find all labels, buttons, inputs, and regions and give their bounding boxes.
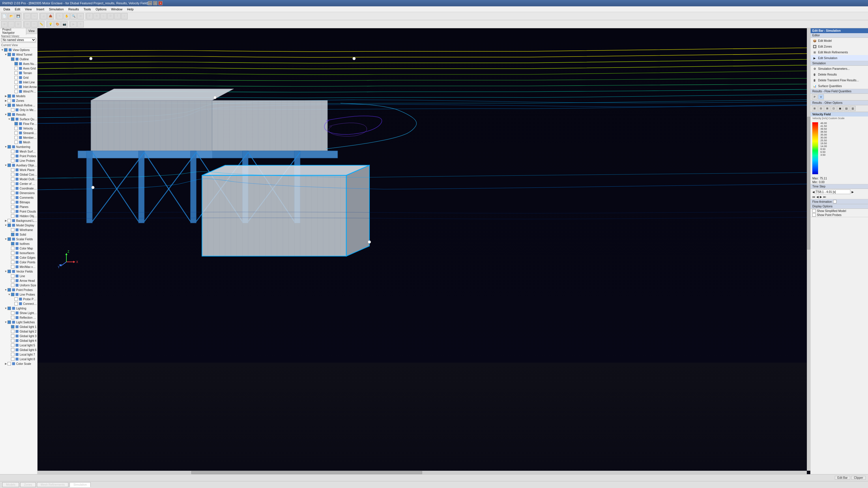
tree-checkbox-49[interactable] [11,274,14,278]
play-end-btn[interactable]: ⏭ [823,195,826,198]
tree-checkbox-46[interactable] [11,260,14,264]
tree-checkbox-41[interactable] [7,237,11,241]
tree-checkbox-36[interactable] [11,214,14,218]
tree-checkbox-34[interactable] [11,205,14,208]
results-other-header[interactable]: Results - Other Options [811,101,868,105]
tree-item-40[interactable]: Solid [0,232,37,237]
menu-window[interactable]: Window [109,7,125,11]
tree-item-18[interactable]: Streamlines [0,131,37,135]
tree-checkbox-26[interactable] [11,168,14,172]
tree-expand-12[interactable]: ▼ [4,104,7,107]
tree-expand-14[interactable]: ▼ [4,113,7,116]
tree-checkbox-44[interactable] [11,251,14,255]
tree-checkbox-17[interactable] [14,127,18,130]
tree-item-62[interactable]: Global light 3 [0,334,37,338]
edit-mesh-refinements-item[interactable]: ⊞ Edit Mesh Refinements [811,49,868,55]
tree-item-58[interactable]: Reflection on Surfaces [0,315,37,320]
tree-checkbox-48[interactable] [7,270,11,273]
tb-undo[interactable]: ↩ [24,13,31,19]
tree-checkbox-47[interactable] [11,265,14,268]
show-point-probes-checkbox[interactable] [812,213,816,217]
tree-item-32[interactable]: Comments [0,195,37,200]
play-fwd-btn[interactable]: ▶ [820,195,822,198]
tree-item-38[interactable]: ▼Model Display [0,223,37,228]
tree-checkbox-54[interactable] [14,297,18,301]
tree-checkbox-22[interactable] [11,150,14,153]
tree-checkbox-16[interactable] [14,122,18,126]
tree-item-9[interactable]: Wind Profile [0,89,37,94]
tree-item-68[interactable]: ▶Color Scale [0,361,37,366]
tree-checkbox-32[interactable] [11,196,14,199]
tree-checkbox-1[interactable] [7,53,11,56]
tree-checkbox-28[interactable] [11,177,14,181]
tree-checkbox-7[interactable] [14,80,18,84]
tree-checkbox-8[interactable] [14,85,18,89]
tree-checkbox-18[interactable] [14,131,18,135]
menu-data[interactable]: Data [1,7,12,11]
other-btn-4[interactable]: ⊡ [831,106,837,111]
tree-item-11[interactable]: ▶Zones [0,98,37,103]
tree-checkbox-15[interactable] [11,118,14,121]
tree-item-56[interactable]: ▼Lighting [0,306,37,311]
sim-params-item[interactable]: ⚙ Simulation Parameters... [811,66,868,71]
tb2-clip[interactable]: ✂ [31,21,37,27]
tree-item-51[interactable]: Uniform Size [0,283,37,288]
tree-item-15[interactable]: ▼Surface Quantities [0,117,37,122]
tree-item-22[interactable]: Mesh Surfaces [0,149,37,154]
tree-item-29[interactable]: Center of Rotation [0,182,37,186]
tree-item-20[interactable]: Mesh [0,140,37,144]
tree-checkbox-6[interactable] [14,76,18,79]
surface-quantities-item[interactable]: 📊 Surface Quantities [811,83,868,89]
tree-checkbox-19[interactable] [14,136,18,139]
tree-expand-56[interactable]: ▼ [4,307,7,310]
menu-view[interactable]: View [23,7,34,11]
simulation-section-header[interactable]: Simulation [811,61,868,66]
tree-checkbox-63[interactable] [11,339,14,343]
edit-zones-item[interactable]: 🔲 Edit Zones [811,43,868,49]
tree-item-52[interactable]: ▼Point Probes [0,288,37,292]
vertical-scrollbar[interactable] [807,28,810,471]
minimize-button[interactable]: — [148,1,152,5]
tree-expand-0[interactable]: ▼ [1,48,4,51]
tree-item-44[interactable]: Isosurfaces [0,251,37,255]
tree-item-23[interactable]: Point Probes [0,154,37,158]
menu-options[interactable]: Options [93,7,109,11]
flow-btn-p[interactable]: P [812,94,817,99]
tree-item-47[interactable]: Min/Max values [0,264,37,269]
maximize-button[interactable]: □ [153,1,157,5]
editor-section-header[interactable]: Editor [811,33,868,38]
time-step-input[interactable] [816,190,850,194]
tree-item-10[interactable]: ▶Models [0,94,37,98]
tree-item-2[interactable]: Outline [0,57,37,61]
tree-checkbox-64[interactable] [11,344,14,347]
tab-simulation[interactable]: Simulation [69,482,91,487]
tree-item-49[interactable]: Line [0,274,37,278]
tree-checkbox-12[interactable] [7,103,11,107]
tree-item-1[interactable]: ▼Wind Tunnel [0,52,37,57]
tree-checkbox-3[interactable] [14,62,18,65]
other-btn-2[interactable]: ⊟ [818,106,824,111]
edit-simulation-item[interactable]: ▶ Edit Simulation [811,55,868,61]
tree-expand-21[interactable]: ▼ [4,145,7,148]
tab-zones[interactable]: Zones [20,482,36,487]
tree-checkbox-35[interactable] [11,210,14,213]
tree-expand-11[interactable]: ▶ [4,99,7,102]
tree-checkbox-24[interactable] [11,159,14,162]
tree-checkbox-11[interactable] [7,99,11,102]
tb2-move[interactable]: ↔ [8,21,14,27]
tb-zoom[interactable]: 🔍 [70,13,77,19]
show-simplified-checkbox[interactable] [812,209,816,213]
tree-item-24[interactable]: Line Probes [0,158,37,163]
tb2-mesh[interactable]: ⊞ [24,21,31,27]
tree-checkbox-23[interactable] [11,154,14,158]
tree-checkbox-67[interactable] [11,357,14,361]
delete-results-item[interactable]: 🗑 Delete Results [811,71,868,77]
tb2-light[interactable]: 💡 [47,21,54,27]
tree-checkbox-40[interactable] [11,233,14,236]
tree-checkbox-52[interactable] [7,288,11,292]
tree-item-59[interactable]: ▼Light Switches [0,320,37,324]
tb-open[interactable]: 📂 [8,13,14,19]
tree-expand-68[interactable]: ▶ [4,362,7,365]
tb-pan[interactable]: ✋ [63,13,70,19]
tree-item-8[interactable]: Inlet Arrow [0,85,37,89]
